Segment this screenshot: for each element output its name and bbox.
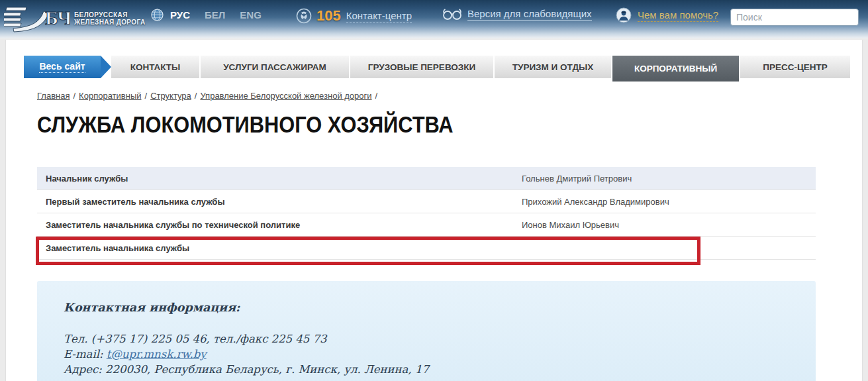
tab-label: КОРПОРАТИВНЫЙ bbox=[634, 64, 717, 74]
tab-turizm-i-otdykh[interactable]: ТУРИЗМ И ОТДЫХ bbox=[495, 56, 611, 78]
breadcrumb-separator: / bbox=[375, 91, 378, 101]
contact-address-line: Адрес: 220030, Республика Беларусь, г. М… bbox=[64, 362, 789, 377]
breadcrumb-separator: / bbox=[145, 91, 148, 101]
position-cell: Заместитель начальника службы bbox=[37, 243, 189, 253]
logo-line2: ЖЕЛЕЗНАЯ ДОРОГА bbox=[74, 19, 146, 26]
logo-line1: БЕЛОРУССКАЯ bbox=[74, 11, 146, 19]
globe-icon bbox=[151, 9, 164, 21]
tab-label: ГРУЗОВЫЕ ПЕРЕВОЗКИ bbox=[368, 62, 475, 72]
email-link[interactable]: t@upr.mnsk.rw.by bbox=[107, 348, 207, 360]
site-header: БЧ БЕЛОРУССКАЯ ЖЕЛЕЗНАЯ ДОРОГА РУС БЕЛ E… bbox=[0, 0, 868, 38]
tab-label: УСЛУГИ ПАССАЖИРАМ bbox=[223, 62, 326, 72]
tab-label: КОНТАКТЫ bbox=[130, 62, 181, 72]
tab-korporativnyi[interactable]: КОРПОРАТИВНЫЙ bbox=[612, 56, 739, 82]
svg-text:БЧ: БЧ bbox=[45, 7, 70, 28]
assistant-icon bbox=[616, 7, 632, 23]
tab-press-centr[interactable]: ПРЕСС-ЦЕНТР bbox=[740, 56, 850, 78]
page-title: СЛУЖБА ЛОКОМОТИВНОГО ХОЗЯЙСТВА bbox=[37, 111, 453, 138]
position-cell: Начальник службы bbox=[37, 174, 128, 184]
search-box bbox=[730, 9, 859, 26]
name-cell: Ионов Михаил Юрьевич bbox=[522, 220, 619, 230]
phone-icon bbox=[296, 8, 312, 24]
breadcrumb-upravlenie[interactable]: Управление Белорусской железной дороги bbox=[200, 91, 371, 101]
name-cell: Гольнев Дмитрий Петрович bbox=[522, 174, 632, 184]
tab-ves-sait[interactable]: Весь сайт bbox=[24, 56, 101, 78]
lang-bel[interactable]: БЕЛ bbox=[205, 9, 225, 21]
breadcrumb: Главная/Корпоративный/Структура/Управлен… bbox=[37, 91, 381, 101]
contact-phone-line: Тел. (+375 17) 225 05 46, тел./факс 225 … bbox=[64, 331, 789, 347]
accessibility-link[interactable]: Версия для слабовидящих bbox=[467, 8, 592, 21]
content-card: Весь сайт КОНТАКТЫ УСЛУГИ ПАССАЖИРАМ ГРУ… bbox=[5, 40, 863, 381]
contact-email-line: E-mail: t@upr.mnsk.rw.by bbox=[64, 347, 789, 362]
name-cell: Прихожий Александр Владимирович bbox=[522, 197, 669, 207]
table-row: Заместитель начальника службы по техниче… bbox=[37, 213, 816, 237]
lang-eng[interactable]: ENG bbox=[240, 9, 262, 21]
table-row: Первый заместитель начальника службы При… bbox=[37, 190, 816, 213]
lang-rus[interactable]: РУС bbox=[170, 9, 190, 21]
contact-info-block: Контактная информация: Тел. (+375 17) 22… bbox=[37, 281, 816, 381]
main-nav: Весь сайт КОНТАКТЫ УСЛУГИ ПАССАЖИРАМ ГРУ… bbox=[24, 56, 851, 78]
breadcrumb-korporativnyi[interactable]: Корпоративный bbox=[79, 91, 141, 101]
search-input[interactable] bbox=[731, 12, 859, 23]
tab-kontakty[interactable]: КОНТАКТЫ bbox=[111, 56, 199, 78]
breadcrumb-struktura[interactable]: Структура bbox=[150, 91, 191, 101]
bch-logo[interactable]: БЧ БЕЛОРУССКАЯ ЖЕЛЕЗНАЯ ДОРОГА bbox=[4, 2, 146, 35]
tab-label: Весь сайт bbox=[39, 61, 85, 73]
language-switcher: РУС БЕЛ ENG bbox=[151, 9, 276, 21]
tab-label: ПРЕСС-ЦЕНТР bbox=[763, 62, 828, 72]
position-cell: Заместитель начальника службы по техниче… bbox=[37, 220, 300, 230]
help-widget: Чем вам помочь? bbox=[616, 7, 718, 23]
glasses-icon bbox=[442, 7, 462, 21]
tab-gruzovye-perevozki[interactable]: ГРУЗОВЫЕ ПЕРЕВОЗКИ bbox=[350, 56, 493, 78]
contact-info-heading: Контактная информация: bbox=[64, 301, 789, 314]
tab-label: ТУРИЗМ И ОТДЫХ bbox=[512, 62, 594, 72]
position-cell: Первый заместитель начальника службы bbox=[37, 197, 225, 207]
breadcrumb-separator: / bbox=[73, 91, 75, 101]
breadcrumb-separator: / bbox=[195, 91, 197, 101]
accessibility-version: Версия для слабовидящих bbox=[442, 7, 592, 21]
contact-center: 105 Контакт-центр bbox=[296, 7, 412, 25]
tab-uslugi-passazhiram[interactable]: УСЛУГИ ПАССАЖИРАМ bbox=[201, 56, 349, 78]
contact-center-link[interactable]: Контакт-центр bbox=[346, 10, 412, 23]
contact-center-number: 105 bbox=[316, 7, 341, 25]
bch-logo-mark: БЧ bbox=[4, 2, 70, 35]
staff-table: Начальник службы Гольнев Дмитрий Петрови… bbox=[37, 167, 816, 260]
breadcrumb-glavnaya[interactable]: Главная bbox=[37, 91, 70, 101]
email-label: E-mail: bbox=[64, 348, 103, 360]
help-link[interactable]: Чем вам помочь? bbox=[638, 9, 718, 22]
table-row: Заместитель начальника службы bbox=[37, 237, 816, 260]
table-row: Начальник службы Гольнев Дмитрий Петрови… bbox=[37, 167, 816, 190]
